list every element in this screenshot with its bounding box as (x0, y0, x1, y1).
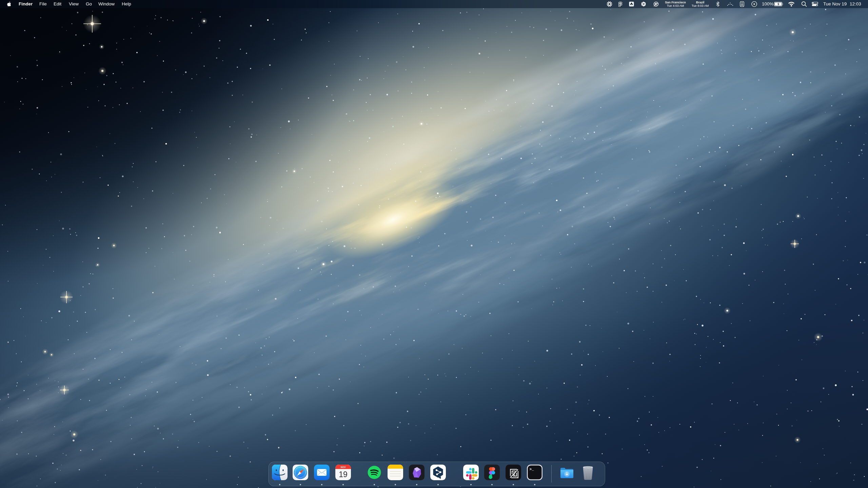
svg-text:19: 19 (339, 470, 348, 479)
svg-text:NOV: NOV (340, 466, 346, 468)
svg-text:>_: >_ (530, 467, 534, 471)
